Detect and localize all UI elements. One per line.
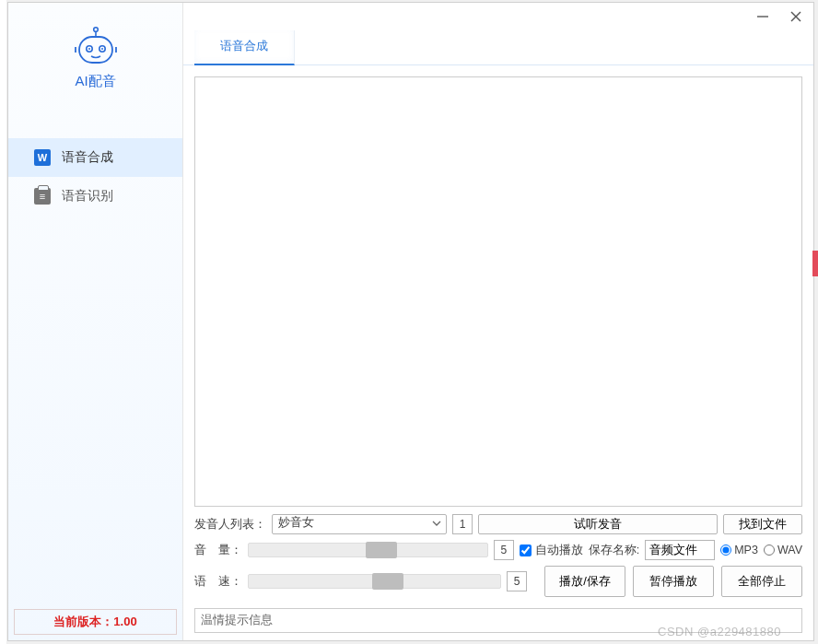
sidebar: AI配音 语音合成 语音识别 当前版本：1.00 — [8, 3, 183, 640]
volume-thumb[interactable] — [366, 542, 397, 558]
logo-area: AI配音 — [8, 3, 182, 103]
action-buttons: 播放/保存 暂停播放 全部停止 — [544, 566, 802, 597]
text-input-area[interactable] — [194, 76, 802, 507]
left-gutter — [0, 0, 7, 644]
edge-tab — [812, 251, 818, 276]
robot-icon — [72, 25, 120, 65]
nav: 语音合成 语音识别 — [8, 103, 182, 216]
close-icon — [789, 10, 802, 23]
status-bar: 温情提示信息 — [194, 608, 802, 633]
titlebar — [183, 3, 813, 30]
content: 发音人列表： 妙音女 1 试听发音 找到文件 音 量： — [183, 65, 813, 608]
svg-point-6 — [101, 48, 103, 50]
volume-slider-wrap — [248, 543, 488, 557]
voice-list-label: 发音人列表： — [194, 517, 266, 533]
minimize-button[interactable] — [754, 8, 771, 25]
svg-rect-2 — [79, 37, 112, 63]
find-file-button[interactable]: 找到文件 — [723, 514, 802, 534]
speed-thumb[interactable] — [372, 573, 403, 590]
sidebar-item-label: 语音合成 — [62, 149, 113, 166]
row-voice: 发音人列表： 妙音女 1 试听发音 找到文件 — [194, 514, 802, 534]
volume-label: 音 量： — [194, 543, 242, 558]
volume-value: 5 — [494, 540, 514, 560]
save-name-label: 保存名称: — [589, 543, 639, 558]
format-mp3-label: MP3 — [734, 544, 758, 556]
sidebar-item-tts[interactable]: 语音合成 — [8, 138, 182, 177]
speed-value: 5 — [507, 571, 527, 591]
autoplay-label: 自动播放 — [535, 543, 583, 558]
format-mp3-input[interactable] — [720, 544, 731, 556]
autoplay-checkbox[interactable]: 自动播放 — [520, 543, 583, 558]
voice-count-box: 1 — [452, 514, 473, 534]
format-wav-radio[interactable]: WAV — [764, 544, 802, 556]
format-mp3-radio[interactable]: MP3 — [720, 544, 758, 556]
speed-slider[interactable] — [248, 574, 501, 589]
tab-tts[interactable]: 语音合成 — [194, 30, 295, 65]
voice-select[interactable]: 妙音女 — [272, 514, 447, 534]
word-icon — [34, 149, 51, 166]
save-name-input[interactable] — [645, 540, 715, 560]
format-wav-input[interactable] — [764, 544, 775, 556]
row-speed: 语 速： 5 播放/保存 暂停播放 全部停止 — [194, 566, 802, 597]
speed-label: 语 速： — [194, 574, 242, 590]
speed-slider-wrap — [248, 574, 501, 589]
sidebar-item-label: 语音识别 — [62, 188, 113, 205]
voice-select-value: 妙音女 — [272, 514, 447, 534]
format-wav-label: WAV — [777, 544, 802, 556]
app-window: AI配音 语音合成 语音识别 当前版本：1.00 语音合成 — [7, 2, 814, 641]
preview-voice-button[interactable]: 试听发音 — [478, 514, 718, 534]
sidebar-item-asr[interactable]: 语音识别 — [8, 177, 182, 216]
svg-point-5 — [88, 48, 90, 50]
pause-button[interactable]: 暂停播放 — [633, 566, 714, 597]
row-volume: 音 量： 5 自动播放 保存名称: MP3 — [194, 540, 802, 560]
play-save-button[interactable]: 播放/保存 — [544, 566, 625, 597]
app-title: AI配音 — [8, 73, 182, 90]
tab-row: 语音合成 — [183, 30, 813, 65]
main-area: 语音合成 发音人列表： 妙音女 1 试听发音 找到文件 音 — [183, 3, 813, 640]
version-label: 当前版本：1.00 — [14, 609, 177, 635]
clipboard-icon — [34, 188, 51, 205]
autoplay-input[interactable] — [520, 544, 532, 556]
close-button[interactable] — [788, 8, 804, 25]
minimize-icon — [756, 10, 769, 23]
svg-point-0 — [93, 28, 98, 32]
stop-all-button[interactable]: 全部停止 — [721, 566, 802, 597]
volume-slider[interactable] — [248, 543, 488, 557]
controls-panel: 发音人列表： 妙音女 1 试听发音 找到文件 音 量： — [194, 507, 802, 603]
